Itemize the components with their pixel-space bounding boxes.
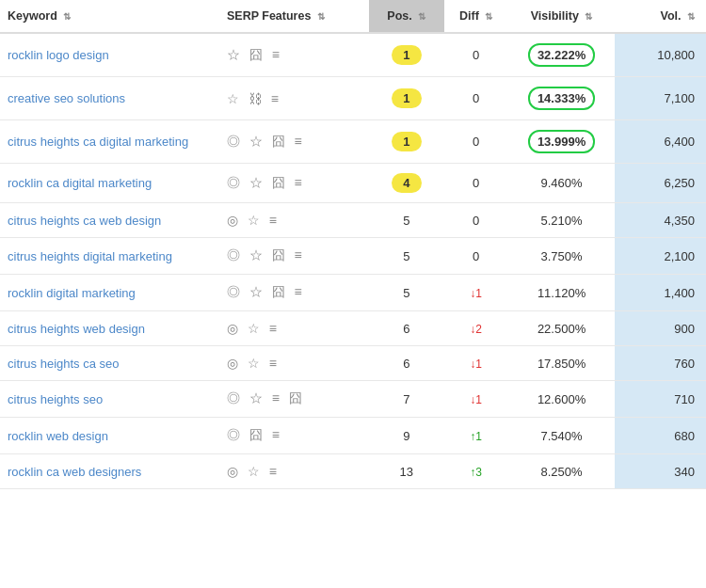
table-row: rocklin ca web designers◎ ☆ ≡13↑38.250%3… bbox=[0, 454, 706, 489]
serp-icons: ☆ 囧 ≡ bbox=[227, 47, 282, 62]
table-row: creative seo solutions☆ ⛓ ≡1014.333%7,10… bbox=[0, 77, 706, 120]
keyword-cell: citrus heights ca web design bbox=[0, 203, 219, 238]
pos-cell: 1 bbox=[369, 33, 444, 77]
serp-icons: ◎ ☆ 囧 ≡ bbox=[227, 247, 305, 262]
keyword-link[interactable]: citrus heights web design bbox=[8, 322, 145, 336]
serp-header-label: SERP Features bbox=[227, 9, 311, 23]
serp-icons: ◎ ☆ ≡ bbox=[227, 464, 280, 479]
serp-icons: ☆ ⛓ ≡ bbox=[227, 91, 281, 106]
keyword-link[interactable]: citrus heights digital marketing bbox=[8, 249, 172, 263]
diff-value: 0 bbox=[473, 91, 479, 105]
serp-sort-icon[interactable]: ⇅ bbox=[317, 11, 325, 22]
table-row: rocklin logo design☆ 囧 ≡1032.222%10,800 bbox=[0, 33, 706, 77]
serp-icons-cell: ◎ ☆ ≡ 囧 bbox=[219, 381, 369, 418]
diff-cell: ↑3 bbox=[444, 454, 508, 489]
vol-cell: 2,100 bbox=[615, 238, 706, 275]
serp-icons-cell: ☆ 囧 ≡ bbox=[219, 33, 369, 77]
diff-value: ↓1 bbox=[470, 287, 482, 300]
keyword-link[interactable]: rocklin ca web designers bbox=[8, 465, 141, 479]
visibility-value: 5.210% bbox=[508, 203, 616, 238]
serp-icons: ◎ 囧 ≡ bbox=[227, 427, 282, 442]
visibility-value: 9.460% bbox=[508, 164, 616, 203]
serp-icons-cell: ◎ ☆ ≡ bbox=[219, 311, 369, 346]
serp-icons: ◎ ☆ 囧 ≡ bbox=[227, 284, 305, 299]
visibility-value: 7.540% bbox=[508, 418, 616, 454]
pos-value: 5 bbox=[369, 203, 444, 238]
pos-value: 5 bbox=[369, 275, 444, 311]
pos-header-label: Pos. bbox=[387, 9, 411, 23]
th-keyword[interactable]: Keyword ⇅ bbox=[0, 0, 219, 33]
pos-badge: 1 bbox=[392, 132, 422, 151]
keyword-cell: citrus heights seo bbox=[0, 381, 219, 418]
diff-header-label: Diff bbox=[459, 9, 479, 23]
visibility-value: 8.250% bbox=[508, 454, 616, 489]
keyword-cell: rocklin ca web designers bbox=[0, 454, 219, 489]
main-table-container: Keyword ⇅ SERP Features ⇅ Pos. ⇅ Diff ⇅ … bbox=[0, 0, 706, 489]
pos-value: 7 bbox=[369, 381, 444, 418]
pos-value: 6 bbox=[369, 346, 444, 381]
th-diff[interactable]: Diff ⇅ bbox=[444, 0, 508, 33]
diff-value: 0 bbox=[473, 176, 479, 190]
visibility-value: 12.600% bbox=[508, 381, 616, 418]
serp-icons-cell: ◎ ☆ 囧 ≡ bbox=[219, 164, 369, 203]
serp-icons: ◎ ☆ 囧 ≡ bbox=[227, 134, 305, 149]
keyword-sort-icon[interactable]: ⇅ bbox=[63, 11, 71, 22]
diff-sort-icon[interactable]: ⇅ bbox=[485, 11, 492, 22]
pos-badge: 4 bbox=[392, 173, 422, 193]
keyword-link[interactable]: citrus heights ca seo bbox=[8, 357, 120, 371]
diff-cell: 0 bbox=[444, 77, 508, 120]
keyword-link[interactable]: rocklin logo design bbox=[8, 48, 109, 62]
keyword-link[interactable]: citrus heights seo bbox=[8, 392, 103, 406]
keyword-link[interactable]: rocklin ca digital marketing bbox=[8, 176, 152, 190]
diff-value: ↑3 bbox=[470, 466, 482, 479]
visibility-cell: 32.222% bbox=[508, 33, 616, 77]
visibility-sort-icon[interactable]: ⇅ bbox=[585, 11, 592, 22]
diff-cell: ↓1 bbox=[444, 381, 508, 418]
table-row: rocklin web design◎ 囧 ≡9↑17.540%680 bbox=[0, 418, 706, 454]
visibility-value: 17.850% bbox=[508, 346, 616, 381]
diff-value: 0 bbox=[473, 135, 479, 149]
th-serp[interactable]: SERP Features ⇅ bbox=[219, 0, 369, 33]
keyword-link[interactable]: rocklin digital marketing bbox=[8, 286, 136, 300]
keyword-cell: citrus heights ca digital marketing bbox=[0, 120, 219, 164]
visibility-header-label: Visibility bbox=[531, 9, 579, 23]
keyword-cell: creative seo solutions bbox=[0, 77, 219, 120]
th-visibility[interactable]: Visibility ⇅ bbox=[508, 0, 616, 33]
vol-cell: 6,250 bbox=[615, 164, 706, 203]
vol-cell: 760 bbox=[615, 346, 706, 381]
serp-icons-cell: ◎ 囧 ≡ bbox=[219, 418, 369, 454]
diff-value: ↑1 bbox=[470, 430, 482, 443]
keyword-cell: rocklin digital marketing bbox=[0, 275, 219, 311]
vol-cell: 1,400 bbox=[615, 275, 706, 311]
pos-cell: 1 bbox=[369, 77, 444, 120]
keyword-link[interactable]: citrus heights ca web design bbox=[8, 214, 161, 228]
vol-cell: 10,800 bbox=[615, 33, 706, 77]
keyword-link[interactable]: rocklin web design bbox=[8, 429, 108, 443]
table-row: rocklin digital marketing◎ ☆ 囧 ≡5↓111.12… bbox=[0, 275, 706, 311]
pos-value: 13 bbox=[369, 454, 444, 489]
visibility-cell: 13.999% bbox=[508, 120, 616, 164]
serp-icons: ◎ ☆ ≡ 囧 bbox=[227, 390, 305, 405]
pos-value: 9 bbox=[369, 418, 444, 454]
pos-sort-icon[interactable]: ⇅ bbox=[418, 11, 425, 22]
diff-cell: ↑1 bbox=[444, 418, 508, 454]
table-row: citrus heights ca seo◎ ☆ ≡6↓117.850%760 bbox=[0, 346, 706, 381]
keyword-cell: citrus heights digital marketing bbox=[0, 238, 219, 275]
diff-value: 0 bbox=[473, 249, 479, 263]
keyword-link[interactable]: citrus heights ca digital marketing bbox=[8, 135, 188, 149]
table-row: citrus heights ca digital marketing◎ ☆ 囧… bbox=[0, 120, 706, 164]
keyword-cell: rocklin web design bbox=[0, 418, 219, 454]
serp-icons-cell: ◎ ☆ 囧 ≡ bbox=[219, 275, 369, 311]
serp-icons: ◎ ☆ ≡ bbox=[227, 321, 280, 336]
serp-icons: ◎ ☆ ≡ bbox=[227, 213, 280, 228]
vol-cell: 7,100 bbox=[615, 77, 706, 120]
diff-cell: ↓2 bbox=[444, 311, 508, 346]
vol-sort-icon[interactable]: ⇅ bbox=[687, 11, 695, 22]
visibility-value: 3.750% bbox=[508, 238, 616, 275]
vol-cell: 6,400 bbox=[615, 120, 706, 164]
th-vol[interactable]: Vol. ⇅ bbox=[615, 0, 706, 33]
th-pos[interactable]: Pos. ⇅ bbox=[369, 0, 444, 33]
diff-cell: 0 bbox=[444, 203, 508, 238]
pos-value: 5 bbox=[369, 238, 444, 275]
keyword-link[interactable]: creative seo solutions bbox=[8, 91, 125, 105]
